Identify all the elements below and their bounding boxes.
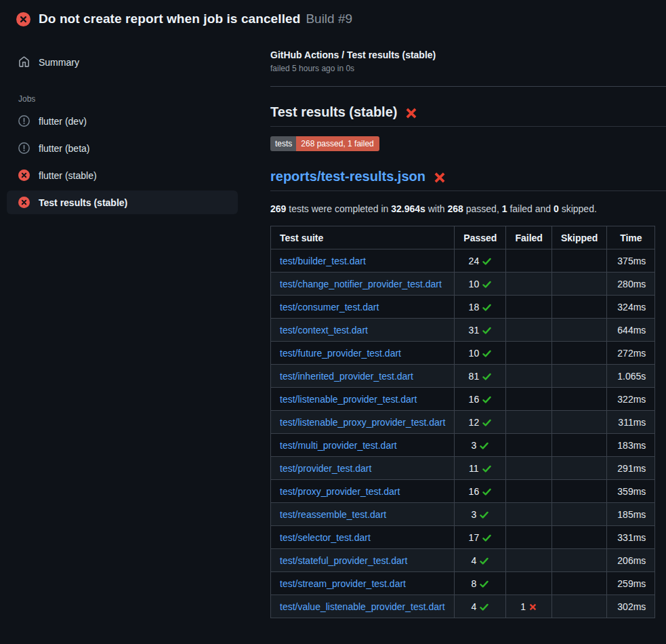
passed-cell: 10 <box>455 273 506 296</box>
test-suite-link[interactable]: test/reassemble_test.dart <box>280 509 386 520</box>
table-row: test/multi_provider_test.dart3183ms <box>271 434 655 457</box>
count-text: 16 <box>469 394 480 405</box>
sidebar-job-item[interactable]: flutter (stable) <box>7 163 238 187</box>
summary-segment: failed and <box>507 203 554 214</box>
test-results-table: Test suite Passed Failed Skipped Time te… <box>270 226 655 618</box>
skipped-cell <box>551 595 606 618</box>
tests-badge: tests 268 passed, 1 failed <box>270 136 379 151</box>
run-status-text: failed 5 hours ago in 0s <box>270 64 666 73</box>
sidebar-job-item[interactable]: flutter (beta) <box>7 136 238 160</box>
failed-cell <box>506 480 551 503</box>
test-suite-cell: test/builder_test.dart <box>271 249 455 273</box>
x-icon <box>528 602 537 611</box>
check-icon <box>482 279 492 289</box>
passed-cell: 81 <box>455 365 506 388</box>
passed-cell: 31 <box>455 319 506 342</box>
breadcrumb: GitHub Actions / Test results (stable) <box>270 49 666 60</box>
time-cell: 331ms <box>607 526 655 549</box>
sidebar-job-item[interactable]: flutter (dev) <box>7 109 238 133</box>
passed-cell-value: 10 <box>469 279 493 289</box>
neutral-circle-icon <box>18 142 30 154</box>
sidebar: Summary Jobs flutter (dev)flutter (beta)… <box>0 38 270 218</box>
test-suite-link[interactable]: test/stream_provider_test.dart <box>280 578 406 589</box>
check-icon <box>482 325 492 335</box>
test-suite-link[interactable]: test/future_provider_test.dart <box>280 348 401 359</box>
summary-segment: 1 <box>502 203 507 214</box>
summary-segment: with <box>425 203 448 214</box>
table-row: test/provider_test.dart11291ms <box>271 457 655 480</box>
failed-x-icon <box>433 171 446 184</box>
test-suite-link[interactable]: test/listenable_proxy_provider_test.dart <box>280 417 445 428</box>
count-text: 16 <box>469 486 480 497</box>
skipped-cell <box>551 319 606 342</box>
summary-segment: 268 <box>448 203 463 214</box>
test-suite-link[interactable]: test/context_test.dart <box>280 325 368 336</box>
check-icon <box>482 417 492 427</box>
failed-cell <box>506 411 551 434</box>
build-number: Build #9 <box>306 12 352 26</box>
passed-cell-value: 16 <box>469 486 493 497</box>
col-header-passed: Passed <box>455 226 506 249</box>
tests-summary-text: 269 tests were completed in 32.964s with… <box>270 203 666 214</box>
failed-cell <box>506 249 551 273</box>
failed-circle-icon <box>16 12 30 26</box>
test-suite-link[interactable]: test/multi_provider_test.dart <box>280 440 397 451</box>
test-suite-cell: test/future_provider_test.dart <box>271 342 455 365</box>
skipped-cell <box>551 273 606 296</box>
failed-cell <box>506 503 551 526</box>
test-suite-link[interactable]: test/builder_test.dart <box>280 256 366 266</box>
check-icon <box>482 394 492 404</box>
passed-cell-value: 8 <box>471 578 489 589</box>
failed-cell <box>506 526 551 549</box>
passed-cell-value: 24 <box>469 256 493 266</box>
check-icon <box>482 302 492 312</box>
test-suite-cell: test/listenable_proxy_provider_test.dart <box>271 411 455 434</box>
skipped-cell <box>551 411 606 434</box>
test-suite-link[interactable]: test/change_notifier_provider_test.dart <box>280 279 442 289</box>
test-suite-link[interactable]: test/listenable_provider_test.dart <box>280 394 417 405</box>
test-suite-link[interactable]: test/inherited_provider_test.dart <box>280 371 413 382</box>
test-suite-link[interactable]: test/selector_test.dart <box>280 532 371 543</box>
time-cell: 185ms <box>607 503 655 526</box>
summary-segment: tests were completed in <box>286 203 391 214</box>
page-title: Do not create report when job is cancell… <box>39 12 300 26</box>
badge-value: 268 passed, 1 failed <box>296 136 379 151</box>
check-icon <box>479 601 489 611</box>
table-row: test/stateful_provider_test.dart4206ms <box>271 549 655 572</box>
test-suite-link[interactable]: test/stateful_provider_test.dart <box>280 555 407 566</box>
report-file-link[interactable]: reports/test-results.json <box>270 169 425 184</box>
sidebar-item-summary[interactable]: Summary <box>7 50 238 74</box>
summary-segment: 0 <box>554 203 559 214</box>
test-suite-link[interactable]: test/provider_test.dart <box>280 463 371 474</box>
skipped-cell <box>551 296 606 319</box>
count-text: 31 <box>469 325 480 336</box>
page-header: Do not create report when job is cancell… <box>0 0 666 38</box>
count-text: 24 <box>469 256 480 266</box>
table-row: test/future_provider_test.dart10272ms <box>271 342 655 365</box>
count-text: 10 <box>469 348 480 359</box>
skipped-cell <box>551 342 606 365</box>
passed-cell: 4 <box>455 595 506 618</box>
col-header-failed: Failed <box>506 226 551 249</box>
check-icon <box>479 440 489 450</box>
sidebar-job-label: flutter (beta) <box>39 143 89 154</box>
failed-cell <box>506 273 551 296</box>
divider <box>270 86 666 87</box>
sidebar-job-item[interactable]: Test results (stable) <box>7 190 238 214</box>
test-suite-link[interactable]: test/consumer_test.dart <box>280 302 379 313</box>
failed-cell <box>506 342 551 365</box>
failed-x-icon <box>404 106 418 120</box>
summary-segment: 269 <box>270 203 286 214</box>
test-suite-cell: test/stream_provider_test.dart <box>271 572 455 595</box>
col-header-time: Time <box>607 226 655 249</box>
sidebar-job-label: Test results (stable) <box>39 197 127 208</box>
report-heading: reports/test-results.json <box>270 169 666 191</box>
sidebar-job-label: flutter (dev) <box>39 116 87 127</box>
badge-label: tests <box>270 136 296 151</box>
test-suite-link[interactable]: test/value_listenable_provider_test.dart <box>280 601 445 612</box>
count-text: 4 <box>471 555 476 566</box>
test-suite-cell: test/reassemble_test.dart <box>271 503 455 526</box>
count-text: 3 <box>471 509 476 520</box>
passed-cell-value: 17 <box>469 532 493 543</box>
test-suite-link[interactable]: test/proxy_provider_test.dart <box>280 486 400 497</box>
